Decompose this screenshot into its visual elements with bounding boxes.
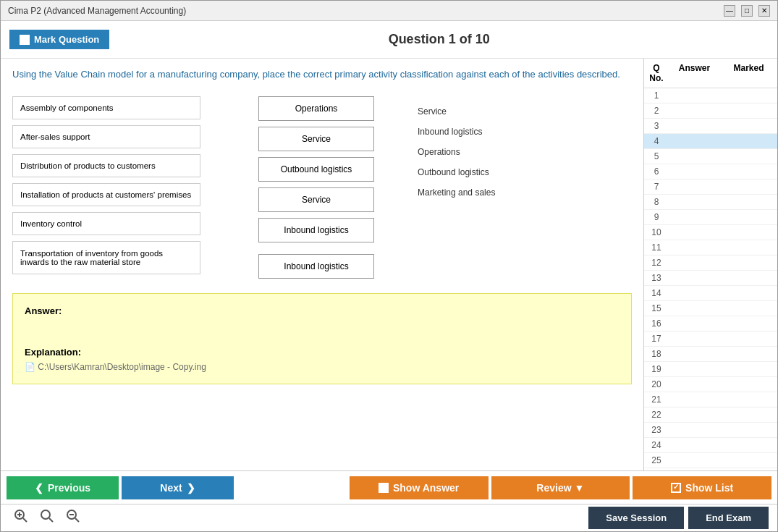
sidebar-row[interactable]: 3 [644,119,777,134]
sidebar-row[interactable]: 13 [644,271,777,286]
answer-item[interactable]: Service [258,127,374,151]
show-answer-button[interactable]: Show Answer [350,476,489,499]
sidebar-row[interactable]: 2 [644,104,777,119]
answer-item[interactable]: Service [258,187,374,212]
sidebar-header: Q No. Answer Marked [644,59,777,88]
save-session-label: Save Session [606,512,667,523]
bottom-bar: ❮ Previous Next ❯ Show Answer Review ▼ S… [1,470,777,504]
sidebar-row[interactable]: 6 [644,164,777,180]
sidebar-row[interactable]: 12 [644,256,777,271]
title-controls: — □ ✕ [724,5,770,17]
previous-button[interactable]: ❮ Previous [7,476,119,499]
sidebar-row[interactable]: 5 [644,149,777,164]
option-item[interactable]: Operations [418,144,526,160]
window-title: Cima P2 (Advanced Management Accounting) [8,6,186,16]
title-bar: Cima P2 (Advanced Management Accounting)… [1,1,777,21]
list-item[interactable]: Assembly of components [12,96,200,119]
sidebar-row-highlighted[interactable]: 4 [644,134,777,149]
left-items-list: Assembly of components After-sales suppo… [12,96,200,279]
sidebar-row[interactable]: 11 [644,240,777,256]
svg-line-1 [23,518,27,522]
show-list-icon [671,483,681,493]
end-exam-button[interactable]: End Exam [688,507,769,529]
sidebar-row[interactable]: 15 [644,301,777,316]
zoom-in-icon [14,509,28,523]
show-answer-label: Show Answer [393,482,459,494]
toolbar: Mark Question Question 1 of 10 [1,21,777,59]
mark-question-label: Mark Question [34,34,99,45]
previous-label: Previous [48,482,90,494]
answer-box: Answer: Explanation: 📄 C:\Users\Kamran\D… [12,293,632,384]
zoom-out-icon [66,509,80,523]
end-exam-label: End Exam [706,512,751,523]
file-path: 📄 C:\Users\Kamran\Desktop\image - Copy.i… [25,362,620,372]
mark-checkbox-icon [20,35,30,45]
sidebar-row[interactable]: 24 [644,438,777,453]
sidebar-row[interactable]: 17 [644,332,777,347]
sidebar-header-marked: Marked [722,62,776,85]
sidebar-row[interactable]: 1 [644,88,777,104]
option-item[interactable]: Service [418,104,526,119]
main-window: Cima P2 (Advanced Management Accounting)… [0,0,778,532]
show-list-label: Show List [685,482,733,494]
sidebar-row[interactable]: 22 [644,408,777,423]
sidebar-row[interactable]: 9 [644,210,777,225]
sidebar-header-answer: Answer [667,62,722,85]
svg-point-4 [41,510,50,519]
sidebar-row[interactable]: 16 [644,316,777,332]
option-item[interactable]: Marketing and sales [418,185,526,200]
answer-item[interactable]: Inbound logistics [258,254,374,279]
answer-item[interactable]: Inbound logistics [258,218,374,242]
list-item[interactable]: After-sales support [12,125,200,148]
zoom-bar: Save Session End Exam [1,504,777,531]
review-button[interactable]: Review ▼ [491,476,630,499]
next-button[interactable]: Next ❯ [122,476,234,499]
drag-drop-area: Assembly of components After-sales suppo… [12,96,632,279]
option-item[interactable]: Outbound logistics [418,164,526,180]
review-arrow-icon: ▼ [575,482,585,494]
sidebar-row[interactable]: 19 [644,362,777,377]
sidebar-row[interactable]: 7 [644,180,777,195]
sidebar-row[interactable]: 21 [644,392,777,408]
sidebar-scroll[interactable]: 1 2 3 4 5 6 7 8 9 10 11 12 13 14 15 16 1… [644,88,777,470]
review-label: Review [536,482,571,494]
right-options-list: Service Inbound logistics Operations Out… [418,96,526,279]
list-item[interactable]: Transportation of inventory from goods i… [12,241,200,274]
prev-arrow-icon: ❮ [35,482,43,494]
next-label: Next [160,482,182,494]
list-item[interactable]: Installation of products at customers' p… [12,183,200,206]
content-area: Using the Value Chain model for a manufa… [1,59,643,470]
zoom-out-button[interactable] [62,507,85,528]
middle-items-list: Operations Service Outbound logistics Se… [258,96,374,279]
zoom-in-button[interactable] [9,507,33,528]
show-answer-icon [379,483,389,493]
close-button[interactable]: ✕ [758,5,770,17]
zoom-reset-button[interactable] [35,507,59,528]
save-end-buttons: Save Session End Exam [588,507,769,529]
question-title: Question 1 of 10 [109,32,769,47]
sidebar-row[interactable]: 18 [644,347,777,362]
sidebar-row[interactable]: 8 [644,195,777,210]
minimize-button[interactable]: — [724,5,735,17]
show-list-button[interactable]: Show List [633,476,771,499]
svg-line-5 [49,518,53,522]
sidebar-row[interactable]: 20 [644,377,777,392]
sidebar-row[interactable]: 23 [644,423,777,438]
list-item[interactable]: Inventory control [12,212,200,235]
maximize-button[interactable]: □ [741,5,753,17]
answer-item[interactable]: Operations [258,96,374,121]
zoom-controls [9,507,85,528]
sidebar-row[interactable]: 14 [644,286,777,301]
mark-question-button[interactable]: Mark Question [9,30,109,49]
sidebar-row[interactable]: 25 [644,453,777,468]
list-item[interactable]: Distribution of products to customers [12,154,200,177]
explanation-label: Explanation: [25,347,620,358]
main-content: Using the Value Chain model for a manufa… [1,59,777,470]
file-path-text: C:\Users\Kamran\Desktop\image - Copy.ing [38,362,206,372]
option-item[interactable]: Inbound logistics [418,124,526,140]
save-session-button[interactable]: Save Session [588,507,684,529]
zoom-reset-icon [40,509,54,523]
sidebar-row[interactable]: 10 [644,225,777,240]
answer-item[interactable]: Outbound logistics [258,157,374,182]
svg-line-7 [75,518,79,522]
